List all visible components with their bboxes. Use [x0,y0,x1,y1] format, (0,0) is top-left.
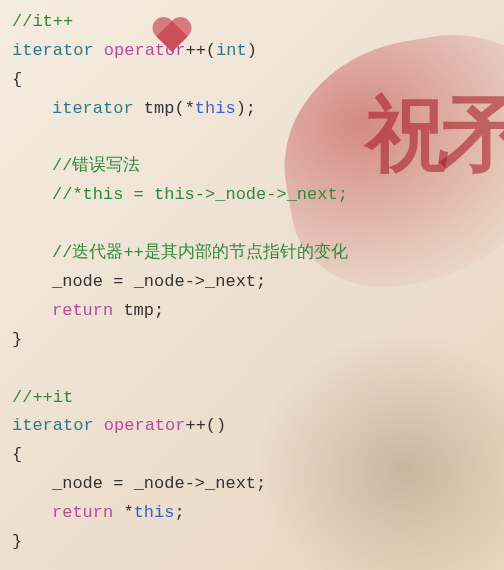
code-token: * [185,99,195,118]
code-line[interactable]: //错误写法 [12,152,492,181]
code-token: () [206,416,226,435]
code-token: } [12,330,22,349]
code-line[interactable]: iterator tmp(*this); [12,95,492,124]
code-token [123,272,133,291]
code-token: iterator [12,41,94,60]
code-line[interactable] [12,210,492,239]
code-token [113,301,123,320]
code-token: this [195,99,236,118]
code-line[interactable] [12,124,492,153]
code-line[interactable]: { [12,66,492,95]
code-token: return [52,301,113,320]
code-token: = [113,474,123,493]
code-token: _node [134,272,185,291]
code-token [123,474,133,493]
code-token: = [113,272,123,291]
code-token: { [12,70,22,89]
code-token: operator [104,416,186,435]
code-token: ; [256,474,266,493]
code-token: ( [174,99,184,118]
code-token: iterator [12,416,94,435]
code-token: iterator [52,99,134,118]
code-token: ; [246,99,256,118]
code-line[interactable]: return tmp; [12,297,492,326]
code-token [94,41,104,60]
code-token: * [123,503,133,522]
code-token: ; [256,272,266,291]
code-token: //++it [12,388,73,407]
code-token: tmp [144,99,175,118]
code-token: ( [206,41,216,60]
code-token: return [52,503,113,522]
code-line[interactable]: } [12,528,492,557]
code-line[interactable]: _node = _node->_next; [12,268,492,297]
code-token: } [12,532,22,551]
code-token [103,474,113,493]
code-line[interactable]: //迭代器++是其内部的节点指针的变化 [12,239,492,268]
code-token: this [134,503,175,522]
code-token: //it++ [12,12,73,31]
code-line[interactable] [12,355,492,384]
code-token: //迭代器++是其内部的节点指针的变化 [52,243,348,262]
code-token: _next [205,474,256,493]
code-line[interactable]: //it++ [12,8,492,37]
code-token [134,99,144,118]
code-token: ) [247,41,257,60]
code-line[interactable]: return *this; [12,499,492,528]
code-token: { [12,445,22,464]
code-token: -> [185,272,205,291]
code-line[interactable]: //++it [12,384,492,413]
code-line[interactable]: } [12,326,492,355]
code-token: ; [154,301,164,320]
code-token: -> [185,474,205,493]
code-line[interactable]: _node = _node->_next; [12,470,492,499]
code-token: _node [52,272,103,291]
code-token: _node [52,474,103,493]
code-token: _next [205,272,256,291]
code-token: int [216,41,247,60]
code-line[interactable]: //*this = this->_node->_next; [12,181,492,210]
code-token: ++ [185,416,205,435]
code-token: operator [104,41,186,60]
code-token [103,272,113,291]
code-token [113,503,123,522]
code-token: tmp [123,301,154,320]
code-token: _node [134,474,185,493]
code-line[interactable]: iterator operator++() [12,412,492,441]
code-token: ++ [185,41,205,60]
code-token: //错误写法 [52,156,140,175]
code-token: //*this = this->_node->_next; [52,185,348,204]
code-line[interactable]: { [12,441,492,470]
code-line[interactable]: iterator operator++(int) [12,37,492,66]
code-token: ; [174,503,184,522]
code-editor[interactable]: //it++iterator operator++(int){iterator … [12,8,492,557]
code-token: ) [236,99,246,118]
code-token [94,416,104,435]
